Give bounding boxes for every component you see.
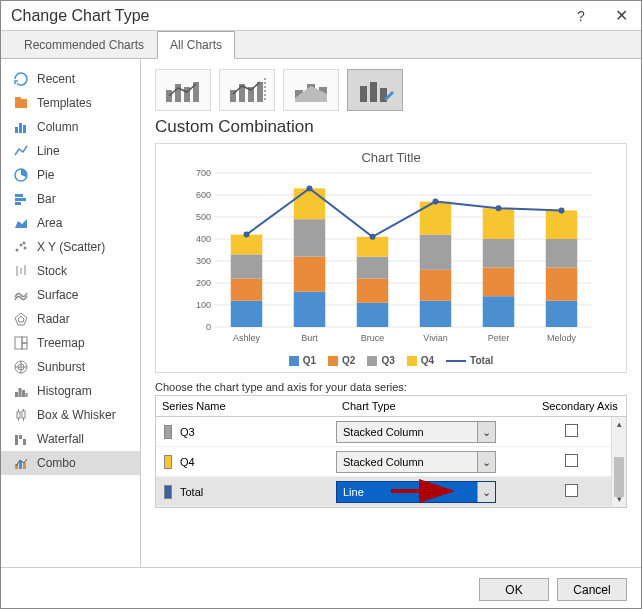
box-whisker-icon [13, 407, 29, 423]
svg-rect-92 [420, 235, 452, 270]
combo-icon [13, 455, 29, 471]
legend-q4: Q4 [421, 355, 434, 366]
chart-title: Chart Title [164, 150, 618, 165]
svg-text:400: 400 [196, 234, 211, 244]
secondary-axis-checkbox-q3[interactable] [565, 424, 578, 437]
svg-rect-96 [483, 268, 515, 297]
combo-template-3[interactable] [283, 69, 339, 111]
svg-text:500: 500 [196, 212, 211, 222]
series-prompt: Choose the chart type and axis for your … [155, 381, 627, 393]
sidebar-item-x-y-scatter-[interactable]: X Y (Scatter) [1, 235, 140, 259]
series-row-q3[interactable]: Q3 Stacked Column⌄ [156, 417, 626, 447]
col-chart-type: Chart Type [336, 396, 536, 416]
series-scrollbar[interactable]: ▴ ▾ [611, 417, 626, 507]
scroll-thumb[interactable] [614, 457, 624, 497]
svg-text:100: 100 [196, 300, 211, 310]
x-y-scatter--icon [13, 239, 29, 255]
svg-rect-19 [15, 337, 22, 349]
svg-rect-1 [15, 97, 21, 100]
svg-text:Melody: Melody [547, 333, 577, 343]
svg-rect-0 [15, 99, 27, 108]
legend-q2: Q2 [342, 355, 355, 366]
series-row-q4[interactable]: Q4 Stacked Column⌄ [156, 447, 626, 477]
svg-rect-27 [19, 388, 22, 397]
svg-text:0: 0 [206, 322, 211, 332]
sidebar-item-recent[interactable]: Recent [1, 67, 140, 91]
sidebar-item-surface[interactable]: Surface [1, 283, 140, 307]
section-title: Custom Combination [155, 117, 627, 137]
svg-text:Peter: Peter [488, 333, 510, 343]
svg-marker-18 [18, 316, 24, 322]
chevron-down-icon: ⌄ [477, 482, 495, 502]
scroll-up-icon[interactable]: ▴ [612, 417, 626, 432]
sidebar-item-box-whisker[interactable]: Box & Whisker [1, 403, 140, 427]
sidebar-item-line[interactable]: Line [1, 139, 140, 163]
svg-rect-85 [357, 303, 389, 327]
sidebar-item-histogram[interactable]: Histogram [1, 379, 140, 403]
ok-button[interactable]: OK [479, 578, 549, 601]
chart-preview: Chart Title 0100200300400500600700Ashley… [155, 143, 627, 373]
chart-canvas: 0100200300400500600700AshleyBurtBruceViv… [164, 169, 618, 349]
cancel-button[interactable]: Cancel [557, 578, 627, 601]
tab-all-charts[interactable]: All Charts [157, 31, 235, 59]
svg-rect-36 [15, 435, 18, 445]
svg-point-110 [559, 207, 565, 213]
legend-total: Total [470, 355, 493, 366]
combo-template-1[interactable] [155, 69, 211, 111]
sidebar-item-treemap[interactable]: Treemap [1, 331, 140, 355]
radar-icon [13, 311, 29, 327]
combo-template-2[interactable] [219, 69, 275, 111]
sidebar-item-bar[interactable]: Bar [1, 187, 140, 211]
svg-point-106 [307, 185, 313, 191]
chart-legend: Q1 Q2 Q3 Q4 Total [164, 355, 618, 366]
recent-icon [13, 71, 29, 87]
svg-rect-83 [294, 188, 326, 219]
sidebar-item-radar[interactable]: Radar [1, 307, 140, 331]
svg-text:Bruce: Bruce [361, 333, 385, 343]
svg-rect-90 [420, 301, 452, 327]
svg-rect-37 [19, 435, 22, 439]
svg-rect-95 [483, 296, 515, 327]
series-table: Series Name Chart Type Secondary Axis Q3… [155, 395, 627, 508]
svg-marker-17 [15, 313, 27, 325]
combo-template-row [155, 69, 627, 111]
sidebar-item-stock[interactable]: Stock [1, 259, 140, 283]
svg-point-108 [433, 199, 439, 205]
svg-rect-26 [15, 392, 18, 397]
svg-rect-8 [15, 202, 21, 205]
bar-icon [13, 191, 29, 207]
tab-recommended-charts[interactable]: Recommended Charts [11, 31, 157, 58]
svg-text:700: 700 [196, 169, 211, 178]
svg-rect-86 [357, 279, 389, 303]
svg-rect-87 [357, 257, 389, 279]
main-panel: Custom Combination Chart Title 010020030… [141, 59, 641, 567]
svg-point-12 [24, 247, 27, 250]
series-label-q3: Q3 [180, 426, 195, 438]
close-button[interactable]: ✕ [601, 1, 641, 31]
svg-rect-4 [23, 125, 26, 133]
sidebar-item-templates[interactable]: Templates [1, 91, 140, 115]
svg-rect-91 [420, 270, 452, 301]
secondary-axis-checkbox-q4[interactable] [565, 454, 578, 467]
sidebar-item-area[interactable]: Area [1, 211, 140, 235]
sidebar-item-waterfall[interactable]: Waterfall [1, 427, 140, 451]
sunburst-icon [13, 359, 29, 375]
scroll-down-icon[interactable]: ▾ [612, 492, 626, 507]
svg-point-109 [496, 205, 502, 211]
svg-rect-82 [294, 219, 326, 256]
sidebar-item-pie[interactable]: Pie [1, 163, 140, 187]
tab-strip: Recommended Charts All Charts [1, 31, 641, 59]
combo-template-custom[interactable] [347, 69, 403, 111]
chart-type-dropdown-q4[interactable]: Stacked Column⌄ [336, 451, 496, 473]
annotation-arrow-icon [386, 479, 466, 503]
svg-text:200: 200 [196, 278, 211, 288]
secondary-axis-checkbox-total[interactable] [565, 484, 578, 497]
sidebar-item-sunburst[interactable]: Sunburst [1, 355, 140, 379]
treemap-icon [13, 335, 29, 351]
help-button[interactable]: ? [561, 1, 601, 31]
sidebar-item-combo[interactable]: Combo [1, 451, 140, 475]
col-secondary-axis: Secondary Axis [536, 396, 626, 416]
chart-type-dropdown-q3[interactable]: Stacked Column⌄ [336, 421, 496, 443]
histogram-icon [13, 383, 29, 399]
sidebar-item-column[interactable]: Column [1, 115, 140, 139]
